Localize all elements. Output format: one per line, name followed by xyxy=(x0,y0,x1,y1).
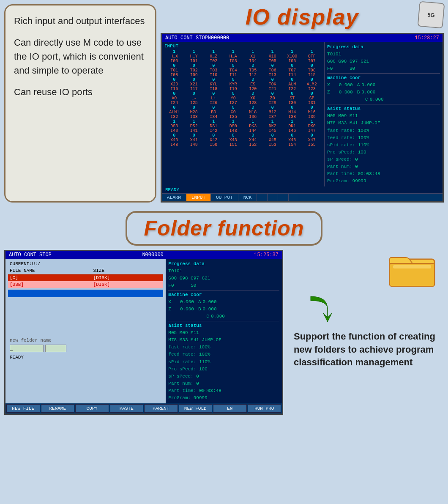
cnc-tabs-top: ALARM INPUT OUTPUT NCK xyxy=(162,193,443,201)
folder-icon-wrap xyxy=(290,250,444,288)
fast-rate-row: fast rate: 100% xyxy=(327,127,440,134)
btn-parent[interactable]: PARENT xyxy=(144,404,178,413)
tab-empty4[interactable] xyxy=(289,194,299,201)
file-size-usb: [DISK] xyxy=(93,282,162,287)
file-row-usb[interactable]: [USB] [DISK] xyxy=(8,281,163,288)
part-num-row: Part num: 0 xyxy=(327,163,440,170)
m-codes-1: M05 M09 M11 xyxy=(327,112,440,120)
current-path: CURRENT:U:/ xyxy=(8,260,163,267)
file-size-c: [DISK] xyxy=(93,275,162,280)
folder-description: Support the function of creating new fol… xyxy=(290,330,444,369)
status-top: AUTO CONT STOP xyxy=(165,35,208,41)
status-bottom: AUTO CONT STOP xyxy=(9,252,52,258)
bottom-section: Folder function AUTO CONT STOP N000000 1… xyxy=(0,207,448,419)
tab-input[interactable]: INPUT xyxy=(186,194,211,201)
tab-empty1[interactable] xyxy=(257,194,268,201)
file-table-header: FILE NAME SIZE xyxy=(8,267,163,274)
bottom-buttons: NEW FILE RENAME COPY PASTE PARENT NEW FO… xyxy=(5,403,282,414)
spid-rate-row: sPid rate: 110% xyxy=(327,142,440,149)
m-codes-1-b: M05 M09 M11 xyxy=(168,329,279,337)
btn-new-fold[interactable]: NEW FOLD xyxy=(179,404,213,413)
io-title-row: IO display 5G xyxy=(161,4,444,30)
top-section: Rich input and output interfaces Can dir… xyxy=(0,0,448,207)
prog-title-b: Progress data xyxy=(168,260,279,268)
tab-output[interactable]: OUTPUT xyxy=(211,194,238,201)
badge-5g: 5G xyxy=(417,1,445,28)
cnc-header-bottom: AUTO CONT STOP N000000 15:25:37 xyxy=(5,251,282,259)
feed-rate-row: feed rate: 100% xyxy=(327,134,440,142)
n-code-top: N000000 xyxy=(208,35,229,41)
io-display-title: IO display xyxy=(246,4,359,30)
cnc-right-top: Progress data T0101 G00 G98 G97 G21 F0 S… xyxy=(325,42,443,186)
m-codes-2-b: M78 M33 M41 JUMP-OF xyxy=(168,337,279,344)
folder-title-box: Folder function xyxy=(126,211,323,246)
new-folder-input-2[interactable] xyxy=(45,345,66,352)
z-b-row: Z0.000 B0.000 xyxy=(327,89,440,96)
col-size: SIZE xyxy=(93,268,162,273)
pro-speed-row: Pro sPeed: 100 xyxy=(327,149,440,156)
cnc-body-top: INPUT 11111111 H_XH_YH_ZH_AX1X10X100OFF … xyxy=(162,42,443,186)
col-name: FILE NAME xyxy=(10,268,93,273)
arrow-wrap xyxy=(290,292,444,326)
cnc-left-top: INPUT 11111111 H_XH_YH_ZH_AX1X10X100OFF … xyxy=(162,42,325,186)
ready-top: READY xyxy=(165,187,179,192)
green-arrow-icon xyxy=(302,292,336,326)
cnc-status-top: READY xyxy=(162,186,443,193)
btn-new-file[interactable]: NEW FILE xyxy=(6,404,40,413)
file-name-usb: [USB] xyxy=(10,282,93,287)
sp-speed-row: sP sPeed: 0 xyxy=(327,156,440,163)
program-row: ProGram: 99999 xyxy=(327,178,440,185)
btn-run-pro[interactable]: RUN PRO xyxy=(248,404,281,413)
right-description: Support the function of creating new fol… xyxy=(290,250,444,415)
g-codes-b: G00 G98 G97 G21 xyxy=(168,275,279,282)
g-codes: G00 G98 G97 G21 xyxy=(327,58,440,65)
tab-nck[interactable]: NCK xyxy=(238,194,257,201)
n-code-bottom: N000000 xyxy=(142,252,163,258)
part-time-row: Part time: 00:03:48 xyxy=(327,170,440,178)
badge-label: 5G xyxy=(427,11,435,18)
z-b-b: Z0.000 B0.000 xyxy=(168,306,279,313)
folder-title: Folder function xyxy=(144,216,304,240)
prog-title: Progress data xyxy=(327,44,440,51)
btn-rename[interactable]: RENAME xyxy=(41,404,75,413)
f-s-b: F0 S0 xyxy=(168,282,279,289)
new-folder-area: new folder name xyxy=(8,334,163,354)
left-description-box: Rich input and output interfaces Can dir… xyxy=(4,4,156,203)
btn-en[interactable]: EN xyxy=(213,404,247,413)
tab-empty3[interactable] xyxy=(278,194,289,201)
right-io-display: IO display 5G AUTO CONT STOP N000000 15:… xyxy=(161,4,444,203)
time-top: 15:28:27 xyxy=(415,35,439,41)
svg-rect-2 xyxy=(393,265,431,268)
time-bottom: 15:25:37 xyxy=(254,252,279,258)
f-s-line: F0 S0 xyxy=(327,65,440,72)
ready-bottom: READY xyxy=(8,354,163,361)
c-row: C0.000 xyxy=(327,96,440,103)
desc-line-1: Rich input and output interfaces xyxy=(14,14,147,28)
new-folder-inputs xyxy=(10,345,161,352)
tab-empty2[interactable] xyxy=(268,194,278,201)
cnc-screen-top: AUTO CONT STOP N000000 15:28:27 INPUT 11… xyxy=(161,33,444,203)
new-folder-label: new folder name xyxy=(10,338,161,343)
t-code-b: T0101 xyxy=(168,268,279,275)
desc-line-3: Can reuse IO ports xyxy=(14,85,147,99)
machine-coor-label: machine coor xyxy=(327,73,440,82)
tab-alarm[interactable]: ALARM xyxy=(162,194,186,201)
cnc-left-bottom: CURRENT:U:/ FILE NAME SIZE [C] [DISK] [U… xyxy=(5,259,166,403)
t-code: T0101 xyxy=(327,51,440,58)
new-folder-input-1[interactable] xyxy=(10,345,44,352)
cnc-right-bottom: Progress data T0101 G00 G98 G97 G21 F0 S… xyxy=(166,259,282,403)
empty-file-area xyxy=(8,299,163,333)
blue-bar xyxy=(8,290,163,297)
cnc-screen-bottom: AUTO CONT STOP N000000 15:25:37 CURRENT:… xyxy=(4,250,283,415)
btn-paste[interactable]: PASTE xyxy=(110,404,144,413)
m-codes-2: M78 M33 M41 JUMP-OF xyxy=(327,120,440,127)
x-a-b: X0.000 A0.000 xyxy=(168,299,279,306)
folder-icon xyxy=(389,250,435,288)
desc-line-2: Can directly use M code to use the IO po… xyxy=(14,36,147,77)
file-row-c[interactable]: [C] [DISK] xyxy=(8,274,163,281)
machine-coor-b: machine coor xyxy=(168,290,279,299)
folder-screen-wrap: AUTO CONT STOP N000000 15:25:37 CURRENT:… xyxy=(4,250,283,415)
cnc-header-top: AUTO CONT STOP N000000 15:28:27 xyxy=(162,34,443,42)
asist-label: asist status xyxy=(327,104,440,112)
btn-copy[interactable]: COPY xyxy=(75,404,109,413)
